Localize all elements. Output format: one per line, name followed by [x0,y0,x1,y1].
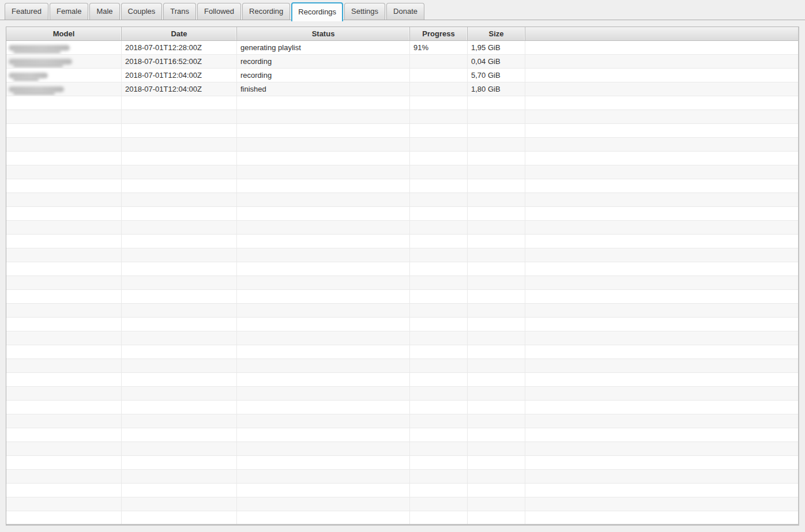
cell-size: 1,95 GiB [468,41,525,54]
column-header-model[interactable]: Model [6,27,122,40]
table-row-empty[interactable] [6,428,798,442]
cell-filler [525,373,798,386]
tab-female[interactable]: Female [50,3,88,20]
table-row-empty[interactable] [6,221,798,235]
cell-size [468,207,525,220]
table-row[interactable]: 2018-07-01T12:04:00Zfinished1,80 GiB [6,82,798,96]
cell-date [122,165,237,179]
cell-model [6,456,122,469]
table-row[interactable]: 2018-07-01T16:52:00Zrecording0,04 GiB [6,55,798,69]
cell-progress [410,110,468,123]
cell-status [237,511,410,525]
cell-size [468,497,525,511]
cell-progress [410,484,468,497]
column-header-status[interactable]: Status [237,27,410,40]
cell-filler [525,318,798,331]
table-row-empty[interactable] [6,96,798,110]
cell-status: generating playlist [237,41,410,54]
cell-filler [525,55,798,68]
cell-date [122,511,237,525]
cell-filler [525,345,798,359]
cell-status [237,442,410,455]
table-row-empty[interactable] [6,318,798,331]
tab-recording[interactable]: Recording [242,3,290,20]
cell-progress [410,165,468,179]
table-row[interactable]: 2018-07-01T12:28:00Zgenerating playlist9… [6,41,798,55]
cell-status [237,428,410,442]
cell-status [237,373,410,386]
table-row-empty[interactable] [6,414,798,428]
table-row-empty[interactable] [6,262,798,276]
cell-status [237,262,410,276]
table-row-empty[interactable] [6,484,798,497]
tab-bar: FeaturedFemaleMaleCouplesTransFollowedRe… [0,0,805,20]
cell-status [237,276,410,289]
cell-filler [525,456,798,469]
table-row-empty[interactable] [6,401,798,414]
table-row-empty[interactable] [6,110,798,124]
cell-filler [525,262,798,276]
table-row-empty[interactable] [6,138,798,152]
cell-model [6,331,122,345]
tab-followed[interactable]: Followed [197,3,241,20]
cell-status: finished [237,82,410,96]
cell-size [468,318,525,331]
table-row-empty[interactable] [6,304,798,318]
cell-date: 2018-07-01T12:04:00Z [122,69,237,82]
table-row-empty[interactable] [6,345,798,359]
cell-filler [525,138,798,151]
cell-size [468,387,525,400]
cell-progress [410,124,468,137]
table-row-empty[interactable] [6,235,798,248]
table-row-empty[interactable] [6,511,798,525]
tab-donate[interactable]: Donate [386,3,424,20]
tab-featured[interactable]: Featured [5,3,48,20]
cell-date [122,207,237,220]
column-header-progress[interactable]: Progress [410,27,468,40]
table-row-empty[interactable] [6,331,798,345]
table-row-empty[interactable] [6,165,798,179]
cell-date [122,138,237,151]
tab-recordings[interactable]: Recordings [291,2,343,21]
cell-filler [525,82,798,96]
tab-male[interactable]: Male [89,3,119,20]
table-row-empty[interactable] [6,290,798,304]
cell-progress [410,179,468,193]
table-row-empty[interactable] [6,152,798,165]
table-row[interactable]: 2018-07-01T12:04:00Zrecording5,70 GiB [6,69,798,82]
cell-filler [525,193,798,206]
cell-size [468,276,525,289]
table-row-empty[interactable] [6,470,798,484]
table-row-empty[interactable] [6,359,798,373]
table-row-empty[interactable] [6,193,798,207]
column-header-size[interactable]: Size [468,27,525,40]
cell-model [6,55,122,68]
tab-couples[interactable]: Couples [121,3,163,20]
table-row-empty[interactable] [6,373,798,387]
table-row-empty[interactable] [6,456,798,470]
tab-trans[interactable]: Trans [163,3,196,20]
cell-size: 5,70 GiB [468,69,525,82]
table-row-empty[interactable] [6,248,798,262]
table-row-empty[interactable] [6,207,798,221]
cell-size [468,331,525,345]
cell-size [468,428,525,442]
cell-model [6,124,122,137]
cell-status: recording [237,69,410,82]
table-row-empty[interactable] [6,124,798,138]
cell-progress [410,359,468,372]
cell-filler [525,290,798,303]
tab-settings[interactable]: Settings [344,3,385,20]
cell-filler [525,248,798,262]
table-row-empty[interactable] [6,497,798,511]
cell-model [6,428,122,442]
cell-filler [525,387,798,400]
cell-size [468,262,525,276]
table-row-empty[interactable] [6,442,798,456]
column-header-filler [525,27,798,40]
table-row-empty[interactable] [6,387,798,401]
table-row-empty[interactable] [6,179,798,193]
column-header-date[interactable]: Date [122,27,237,40]
table-row-empty[interactable] [6,276,798,290]
cell-date [122,235,237,248]
